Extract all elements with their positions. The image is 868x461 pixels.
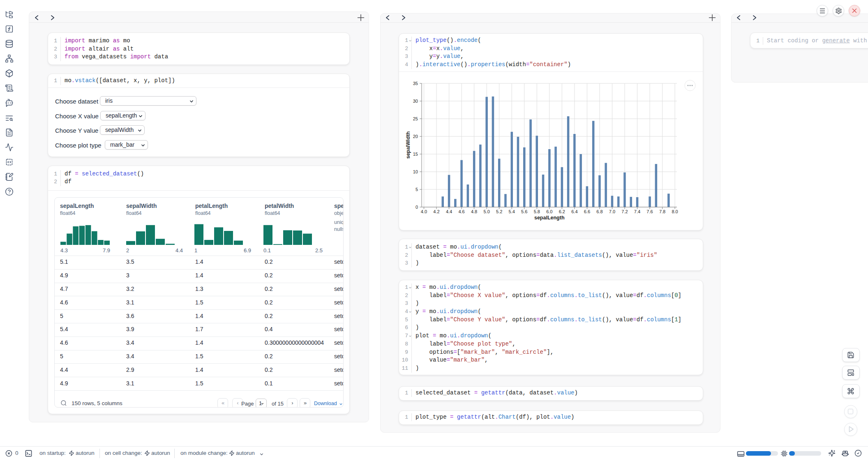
- svg-text:6.6: 6.6: [584, 209, 590, 214]
- svg-text:0: 0: [416, 205, 418, 210]
- svg-text:6.2: 6.2: [559, 209, 565, 214]
- svg-text:10: 10: [413, 169, 418, 174]
- svg-text:4.8: 4.8: [471, 209, 477, 214]
- svg-text:7.4: 7.4: [634, 209, 640, 214]
- svg-text:30: 30: [413, 99, 418, 104]
- svg-text:4.2: 4.2: [433, 209, 439, 214]
- svg-text:5.2: 5.2: [496, 209, 502, 214]
- svg-text:5.6: 5.6: [521, 209, 527, 214]
- svg-text:7.8: 7.8: [659, 209, 665, 214]
- svg-text:5.4: 5.4: [509, 209, 515, 214]
- svg-text:7.2: 7.2: [621, 209, 628, 214]
- svg-text:4.0: 4.0: [421, 209, 427, 214]
- svg-text:5.0: 5.0: [484, 209, 490, 214]
- svg-text:20: 20: [413, 134, 418, 139]
- svg-text:8.0: 8.0: [672, 209, 678, 214]
- svg-text:6.4: 6.4: [571, 209, 577, 214]
- svg-text:15: 15: [413, 152, 418, 157]
- svg-text:4.6: 4.6: [458, 209, 464, 214]
- svg-text:sepalLength: sepalLength: [534, 215, 565, 221]
- svg-text:5: 5: [416, 187, 418, 192]
- svg-text:6.0: 6.0: [546, 209, 552, 214]
- svg-text:4.4: 4.4: [446, 209, 452, 214]
- svg-text:6.8: 6.8: [596, 209, 603, 214]
- svg-text:25: 25: [413, 116, 418, 121]
- svg-text:7.0: 7.0: [609, 209, 615, 214]
- svg-text:5.8: 5.8: [534, 209, 540, 214]
- svg-text:35: 35: [413, 81, 418, 86]
- svg-text:sepalWidth: sepalWidth: [405, 131, 411, 159]
- svg-text:7.6: 7.6: [646, 209, 653, 214]
